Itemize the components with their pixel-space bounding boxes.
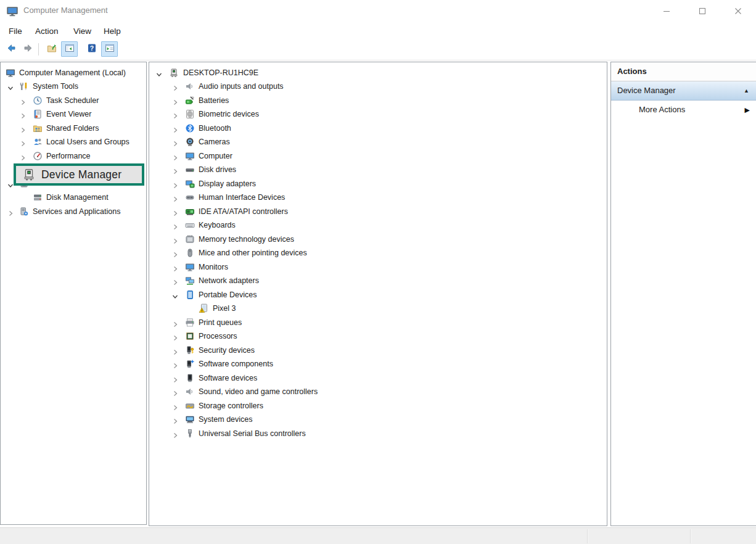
up-level-button[interactable] — [43, 41, 60, 57]
chevron-right-icon[interactable] — [171, 166, 179, 173]
tree-item-event-viewer[interactable]: Event Viewer — [1, 107, 146, 121]
chevron-right-icon[interactable] — [171, 374, 179, 382]
device-warning-icon — [199, 303, 208, 313]
annotation-highlight-box: Device Manager — [14, 163, 144, 186]
tree-item-label: Disk Management — [46, 191, 109, 204]
chevron-right-icon[interactable] — [171, 138, 179, 146]
chevron-right-icon[interactable] — [171, 319, 179, 326]
tree-item-ide-ata-atapi-controllers[interactable]: IDE ATA/ATAPI controllers — [149, 205, 607, 218]
chevron-right-icon[interactable] — [171, 125, 179, 132]
tree-item-label: Performance — [46, 149, 91, 163]
tree-item-storage-controllers[interactable]: Storage controllers — [149, 399, 607, 413]
chevron-right-icon[interactable] — [171, 194, 179, 201]
chevron-right-icon[interactable] — [171, 180, 179, 188]
chevron-right-icon[interactable] — [171, 388, 179, 395]
chevron-right-icon[interactable] — [19, 152, 27, 160]
tree-item-local-users-and-groups[interactable]: Local Users and Groups — [1, 135, 146, 149]
tree-item-desktop-ru1hc9e[interactable]: DESKTOP-RU1HC9E — [149, 66, 607, 80]
chevron-down-icon[interactable] — [155, 69, 163, 76]
tree-item-pixel-3[interactable]: Pixel 3 — [149, 302, 607, 315]
event-viewer-icon — [33, 109, 43, 119]
chevron-right-icon[interactable] — [7, 208, 14, 215]
tree-item-label: Local Users and Groups — [46, 135, 129, 149]
tree-item-processors[interactable]: Processors — [149, 329, 607, 343]
tree-item-disk-management[interactable]: Disk Management — [1, 191, 146, 204]
tree-item-network-adapters[interactable]: Network adapters — [149, 274, 607, 287]
chevron-right-icon[interactable] — [19, 110, 27, 118]
chevron-right-icon[interactable] — [171, 236, 179, 243]
chevron-right-icon[interactable] — [171, 152, 179, 160]
collapse-arrow-icon[interactable]: ▲ — [744, 81, 749, 100]
chevron-right-icon[interactable] — [171, 208, 179, 215]
tree-item-label: Network adapters — [199, 274, 259, 287]
chevron-right-icon[interactable] — [171, 277, 179, 284]
chevron-right-icon[interactable] — [171, 347, 179, 354]
show-hide-action-pane-button[interactable] — [101, 41, 118, 57]
chevron-right-icon[interactable] — [19, 138, 27, 146]
tree-item-mice-and-other-pointing-devices[interactable]: Mice and other pointing devices — [149, 246, 607, 260]
tree-item-system-tools[interactable]: System Tools — [1, 80, 146, 93]
tree-item-monitors[interactable]: Monitors — [149, 260, 607, 274]
tree-item-human-interface-devices[interactable]: Human Interface Devices — [149, 191, 607, 204]
menu-action[interactable]: Action — [33, 25, 61, 37]
menu-view[interactable]: View — [71, 25, 94, 37]
software-device-icon — [185, 373, 195, 383]
chevron-down-icon[interactable] — [171, 291, 179, 299]
tree-item-disk-drives[interactable]: Disk drives — [149, 163, 607, 176]
tree-item-keyboards[interactable]: Keyboards — [149, 218, 607, 232]
menu-help[interactable]: Help — [101, 25, 123, 37]
chevron-right-icon[interactable] — [171, 332, 179, 340]
tree-item-bluetooth[interactable]: Bluetooth — [149, 122, 607, 135]
tree-item-batteries[interactable]: Batteries — [149, 94, 607, 107]
tree-item-performance[interactable]: Performance — [1, 149, 146, 163]
tree-item-shared-folders[interactable]: Shared Folders — [1, 122, 146, 135]
tree-item-device-manager[interactable]: Device Manager — [41, 168, 121, 181]
forward-button[interactable] — [20, 41, 36, 57]
tree-item-software-devices[interactable]: Software devices — [149, 371, 607, 385]
tree-item-services-and-applications[interactable]: Services and Applications — [1, 205, 146, 218]
menu-file[interactable]: File — [6, 25, 25, 37]
tree-item-label: Computer — [199, 149, 232, 163]
chevron-down-icon[interactable] — [7, 83, 14, 90]
chevron-right-icon[interactable] — [171, 416, 179, 423]
minimize-button[interactable] — [652, 0, 681, 22]
chevron-right-icon[interactable] — [19, 125, 27, 132]
tree-item-label: Batteries — [199, 94, 229, 107]
chevron-right-icon[interactable] — [171, 263, 179, 271]
chevron-right-icon[interactable] — [171, 221, 179, 229]
chevron-right-icon[interactable] — [171, 97, 179, 104]
chevron-right-icon[interactable] — [171, 83, 179, 90]
chevron-right-icon[interactable] — [171, 360, 179, 368]
tree-item-biometric-devices[interactable]: Biometric devices — [149, 107, 607, 121]
help-button[interactable]: ? — [83, 41, 100, 57]
tree-item-label: Keyboards — [199, 218, 236, 232]
chevron-right-icon[interactable] — [171, 249, 179, 257]
tree-item-portable-devices[interactable]: Portable Devices — [149, 288, 607, 302]
tree-item-software-components[interactable]: Software components — [149, 357, 607, 371]
tree-item-memory-technology-devices[interactable]: Memory technology devices — [149, 233, 607, 246]
maximize-button[interactable] — [688, 0, 717, 22]
tree-item-task-scheduler[interactable]: Task Scheduler — [1, 94, 146, 107]
tree-item-print-queues[interactable]: Print queues — [149, 316, 607, 329]
chevron-right-icon[interactable] — [171, 430, 179, 437]
chevron-right-icon[interactable] — [171, 402, 179, 410]
tree-item-audio-inputs-and-outputs[interactable]: Audio inputs and outputs — [149, 80, 607, 93]
chevron-right-icon[interactable] — [19, 97, 27, 104]
tree-item-cameras[interactable]: Cameras — [149, 135, 607, 149]
tree-item-label: Portable Devices — [199, 288, 257, 302]
back-button[interactable] — [2, 41, 19, 57]
actions-group-device-manager[interactable]: Device Manager ▲ — [611, 81, 756, 101]
tree-item-sound-video-and-game-controllers[interactable]: Sound, video and game controllers — [149, 385, 607, 398]
more-actions-item[interactable]: More Actions ▶ — [611, 101, 756, 119]
close-button[interactable] — [724, 0, 752, 22]
tree-item-system-devices[interactable]: System devices — [149, 413, 607, 426]
tree-item-security-devices[interactable]: Security devices — [149, 344, 607, 357]
show-hide-console-tree-button[interactable] — [61, 41, 78, 57]
tree-item-display-adapters[interactable]: Display adapters — [149, 177, 607, 191]
tree-item-universal-serial-bus-controllers[interactable]: Universal Serial Bus controllers — [149, 427, 607, 440]
display-adapter-icon — [185, 179, 195, 189]
chevron-right-icon[interactable] — [171, 110, 179, 118]
tree-item-label: Bluetooth — [199, 122, 231, 135]
tree-item-computer-management-local[interactable]: Computer Management (Local) — [1, 66, 146, 80]
tree-item-computer[interactable]: Computer — [149, 149, 607, 163]
